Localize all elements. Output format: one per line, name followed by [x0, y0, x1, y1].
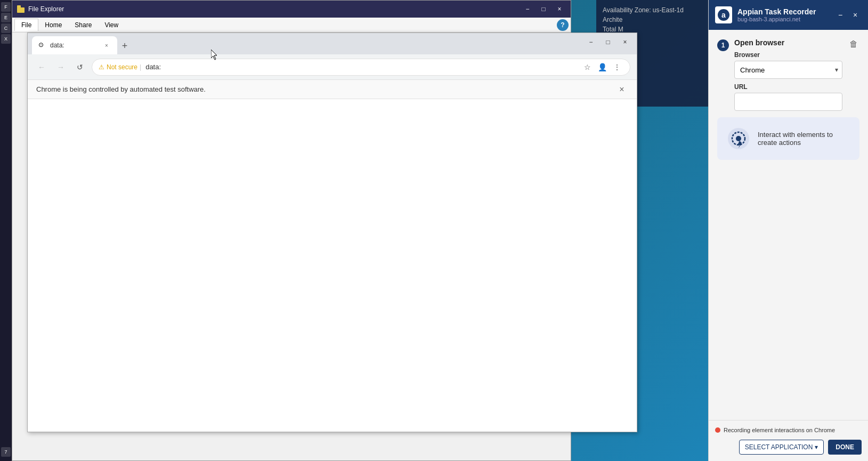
appian-recording-indicator: Recording element interactions on Chrome: [715, 427, 862, 433]
appian-step-1: 1 Open browser Browser Chrome Firefox Ed…: [717, 38, 859, 111]
file-explorer-window: File Explorer − □ × File Home Share View…: [12, 0, 571, 461]
ribbon-tab-file[interactable]: File: [14, 19, 38, 31]
chrome-maximize-button[interactable]: □: [601, 36, 615, 48]
appian-url-field: URL: [734, 83, 842, 111]
chrome-security-icon: ⚠: [99, 63, 104, 71]
chrome-back-button[interactable]: ←: [34, 60, 49, 75]
taskbar-item-5[interactable]: 7: [1, 447, 11, 457]
file-explorer-ribbon: File Home Share View ?: [12, 18, 571, 33]
taskbar-item-4[interactable]: X: [1, 34, 11, 44]
bg-info-total-label: Total M: [603, 26, 702, 33]
appian-header: a Appian Task Recorder bug-bash-3.appian…: [709, 0, 868, 30]
appian-step-title: Open browser: [734, 38, 842, 47]
appian-logo: a: [715, 6, 732, 23]
ribbon-tab-share[interactable]: Share: [68, 19, 98, 31]
file-explorer-title: File Explorer: [28, 5, 521, 13]
chrome-tab-data[interactable]: ⊙ data: ×: [32, 36, 117, 54]
appian-header-controls: − ×: [834, 9, 862, 21]
file-explorer-titlebar: File Explorer − □ ×: [12, 1, 571, 18]
chrome-reload-button[interactable]: ↺: [72, 60, 87, 75]
appian-browser-label: Browser: [734, 51, 842, 59]
chrome-profile-button[interactable]: 👤: [596, 61, 609, 74]
chrome-omnibox[interactable]: ⚠ Not secure | data: ☆ 👤 ⋮: [92, 59, 630, 76]
appian-done-button[interactable]: DONE: [828, 440, 862, 455]
chrome-url-display: data:: [145, 63, 577, 71]
ribbon-tab-home[interactable]: Home: [38, 19, 68, 31]
appian-body: 1 Open browser Browser Chrome Firefox Ed…: [709, 30, 868, 420]
appian-footer: Recording element interactions on Chrome: [709, 420, 868, 440]
appian-interact-hint-box: Interact with elements to create actions: [717, 117, 859, 160]
chrome-forward-button[interactable]: →: [53, 60, 68, 75]
chrome-notification-bar: Chrome is being controlled by automated …: [28, 80, 637, 99]
appian-header-title: Appian Task Recorder: [737, 7, 829, 16]
appian-select-app-label: SELECT APPLICATION: [745, 443, 813, 451]
svg-rect-1: [17, 7, 25, 13]
ribbon-help-button[interactable]: ?: [557, 19, 569, 31]
chrome-tab-close-button[interactable]: ×: [102, 41, 111, 50]
appian-recording-dot: [715, 427, 720, 433]
chrome-tab-title: data:: [50, 42, 99, 49]
file-explorer-controls: − □ ×: [521, 4, 566, 14]
file-explorer-icon: [17, 5, 25, 13]
appian-browser-select[interactable]: Chrome Firefox Edge Safari: [734, 61, 842, 79]
chrome-security-label: Not secure: [107, 63, 137, 71]
ribbon-tab-view[interactable]: View: [98, 19, 125, 31]
file-explorer-minimize-button[interactable]: −: [521, 4, 534, 14]
appian-minimize-button[interactable]: −: [834, 9, 847, 21]
svg-point-6: [736, 136, 741, 141]
bg-info-arch-label: Archite: [603, 16, 702, 23]
chrome-new-tab-button[interactable]: +: [117, 38, 132, 53]
appian-browser-select-wrapper: Chrome Firefox Edge Safari ▾: [734, 61, 842, 79]
chrome-menu-button[interactable]: ⋮: [611, 61, 623, 74]
appian-select-application-button[interactable]: SELECT APPLICATION ▾: [739, 440, 824, 455]
chrome-notification-text: Chrome is being controlled by automated …: [36, 85, 206, 93]
svg-text:a: a: [721, 11, 726, 19]
chrome-url-separator: |: [140, 63, 141, 71]
file-explorer-maximize-button[interactable]: □: [537, 4, 550, 14]
appian-step-delete-button[interactable]: 🗑: [848, 38, 859, 50]
chrome-minimize-button[interactable]: −: [583, 36, 598, 48]
chrome-bookmark-button[interactable]: ☆: [581, 61, 594, 74]
appian-action-buttons: SELECT APPLICATION ▾ DONE: [709, 440, 868, 461]
chrome-security-indicator: ⚠ Not secure |: [99, 63, 141, 71]
chrome-addressbar: ← → ↺ ⚠ Not secure | data: ☆ 👤 ⋮: [28, 54, 637, 80]
chrome-notification-close-button[interactable]: ×: [615, 83, 628, 96]
taskbar-item-1[interactable]: F: [1, 2, 11, 12]
chrome-content-area: Chrome is being controlled by automated …: [28, 80, 637, 432]
appian-task-recorder-panel: a Appian Task Recorder bug-bash-3.appian…: [708, 0, 868, 461]
chrome-close-button[interactable]: ×: [618, 36, 632, 48]
appian-recording-text: Recording element interactions on Chrome: [724, 427, 835, 433]
appian-close-button[interactable]: ×: [849, 9, 862, 21]
appian-url-label: URL: [734, 83, 842, 91]
chrome-tabbar: ⊙ data: × + − □ ×: [28, 33, 637, 54]
appian-step-content: Open browser Browser Chrome Firefox Edge…: [734, 38, 842, 111]
appian-browser-field: Browser Chrome Firefox Edge Safari ▾: [734, 51, 842, 79]
bg-info-zone-label: Availability Zone: us-East-1d: [603, 6, 702, 14]
chrome-omnibox-actions: ☆ 👤 ⋮: [581, 61, 623, 74]
appian-url-input[interactable]: [734, 93, 842, 111]
chrome-tab-favicon: ⊙: [38, 41, 47, 50]
taskbar-item-3[interactable]: C: [1, 23, 11, 33]
file-explorer-close-button[interactable]: ×: [553, 4, 566, 14]
appian-interact-icon: [726, 126, 751, 151]
chrome-window-controls: − □ ×: [583, 36, 632, 48]
appian-select-app-arrow: ▾: [815, 443, 818, 451]
taskbar-item-2[interactable]: E: [1, 13, 11, 22]
appian-step-number: 1: [717, 39, 729, 51]
chrome-browser-window: ⊙ data: × + − □ × ← → ↺ ⚠ Not secure |: [27, 33, 637, 432]
appian-header-subtitle: bug-bash-3.appianci.net: [737, 16, 829, 22]
left-taskbar: F E C X 7: [0, 0, 12, 461]
appian-header-text-block: Appian Task Recorder bug-bash-3.appianci…: [737, 7, 829, 22]
appian-interact-text: Interact with elements to create actions: [758, 131, 851, 147]
